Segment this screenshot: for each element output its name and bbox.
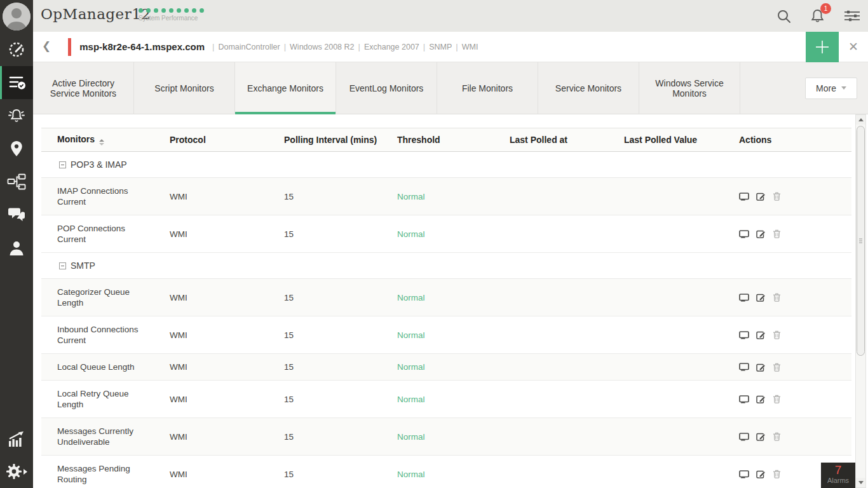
collapse-icon[interactable] [59, 161, 66, 168]
monitor-display-icon [739, 395, 749, 403]
delete-monitor-button[interactable] [773, 395, 781, 403]
edit-icon [756, 395, 766, 403]
tab-label: File Monitors [462, 83, 513, 93]
sidebar-item-topology[interactable] [0, 165, 33, 198]
sidebar-item-monitors[interactable] [0, 66, 33, 99]
threshold: Normal [397, 461, 510, 487]
delete-monitor-button[interactable] [773, 229, 781, 238]
view-monitor-button[interactable] [739, 433, 749, 441]
tab-service-monitors[interactable]: Service Monitors [538, 62, 639, 114]
edit-monitor-button[interactable] [756, 395, 766, 403]
edit-monitor-button[interactable] [756, 470, 766, 478]
polling-interval: 15 [284, 184, 397, 210]
view-monitor-button[interactable] [739, 294, 749, 302]
close-icon[interactable]: ✕ [839, 39, 868, 54]
tab-active-directory-service-monitors[interactable]: Active Directory Service Monitors [33, 62, 134, 114]
view-monitor-button[interactable] [739, 395, 749, 403]
tab-windows-service-monitors[interactable]: Windows Service Monitors [639, 62, 740, 114]
sidebar-item-settings[interactable] [0, 455, 33, 488]
add-monitor-button[interactable] [806, 32, 839, 62]
table-row: Messages Currently UndeliverableWMI15Nor… [41, 418, 851, 456]
status-dot [184, 8, 189, 13]
edit-monitor-button[interactable] [756, 192, 766, 201]
delete-monitor-button[interactable] [773, 470, 781, 478]
edit-monitor-button[interactable] [756, 293, 766, 302]
monitor-display-icon [739, 193, 749, 201]
row-actions [739, 285, 851, 309]
last-polled-value [624, 327, 739, 342]
polling-interval: 15 [284, 285, 397, 311]
monitor-display-icon [739, 433, 749, 441]
tab-file-monitors[interactable]: File Monitors [437, 62, 538, 114]
caret-down-icon [841, 86, 846, 90]
last-polled-value [624, 226, 739, 241]
sidebar-item-dashboard[interactable] [0, 33, 33, 66]
status-dot [169, 8, 173, 13]
delete-monitor-button[interactable] [773, 293, 781, 302]
threshold: Normal [397, 354, 510, 380]
back-chevron-icon[interactable]: ❮ [33, 39, 57, 54]
threshold: Normal [397, 424, 510, 450]
column-header-last-polled-value: Last Polled Value [624, 135, 739, 145]
view-monitor-button[interactable] [739, 331, 749, 339]
view-monitor-button[interactable] [739, 470, 749, 478]
filter-settings-button[interactable] [844, 9, 860, 23]
sliders-icon [844, 9, 860, 23]
row-actions [739, 222, 851, 246]
tab-label: Script Monitors [154, 83, 214, 93]
protocol: WMI [170, 386, 284, 412]
collapse-icon[interactable] [59, 262, 66, 269]
edit-monitor-button[interactable] [756, 363, 766, 372]
delete-monitor-button[interactable] [773, 363, 781, 372]
monitor-name: Local Queue Length [41, 354, 159, 380]
polling-interval: 15 [284, 354, 397, 380]
user-avatar[interactable] [0, 0, 33, 33]
last-polled-value [624, 189, 739, 204]
edit-monitor-button[interactable] [756, 432, 766, 441]
notifications-button[interactable]: 1 [810, 8, 825, 24]
scroll-up-arrow[interactable] [856, 115, 865, 125]
edit-monitor-button[interactable] [756, 330, 766, 339]
protocol: WMI [170, 221, 284, 247]
vertical-scrollbar[interactable] [855, 114, 866, 488]
sidebar-item-users[interactable] [0, 231, 33, 264]
last-polled-at [510, 429, 624, 444]
tab-script-monitors[interactable]: Script Monitors [134, 62, 235, 114]
last-polled-at [510, 466, 624, 482]
scroll-down-arrow[interactable] [856, 478, 865, 487]
sidebar-item-reports[interactable] [0, 422, 33, 455]
sidebar-item-maps[interactable] [0, 132, 33, 165]
threshold: Normal [397, 322, 510, 348]
table-row: Categorizer Queue LengthWMI15Normal [41, 279, 851, 316]
protocol: WMI [170, 322, 284, 348]
monitor-display-icon [739, 230, 749, 238]
delete-trash-icon [773, 330, 781, 339]
monitor-name: Inbound Connections Current [41, 316, 159, 353]
more-tabs-button[interactable]: More [805, 78, 857, 99]
group-row-pop3-imap: POP3 & IMAP [41, 152, 851, 178]
monitor-name: Messages Currently Undeliverable [41, 418, 159, 455]
delete-monitor-button[interactable] [773, 192, 781, 201]
view-monitor-button[interactable] [739, 193, 749, 201]
tab-eventlog-monitors[interactable]: EventLog Monitors [336, 62, 437, 114]
alarms-badge[interactable]: 7 Alarms [821, 463, 855, 488]
polling-interval: 15 [284, 424, 397, 450]
sort-icon[interactable] [99, 139, 104, 146]
view-monitor-button[interactable] [739, 363, 749, 371]
sidebar-item-chat[interactable] [0, 198, 33, 231]
polling-interval: 15 [284, 461, 397, 487]
monitor-name: Messages Pending Routing [41, 456, 159, 488]
tabs: Active Directory Service MonitorsScript … [33, 62, 868, 114]
scrollbar-thumb[interactable] [857, 126, 865, 356]
last-polled-value [624, 391, 739, 407]
delete-monitor-button[interactable] [773, 330, 781, 339]
column-header-monitors[interactable]: Monitors [41, 134, 170, 146]
system-performance-label: System Performance [139, 15, 204, 22]
search-button[interactable] [776, 9, 791, 24]
edit-monitor-button[interactable] [756, 229, 766, 238]
sidebar-item-alarms[interactable] [0, 99, 33, 132]
view-monitor-button[interactable] [739, 230, 749, 238]
tab-exchange-monitors[interactable]: Exchange Monitors [235, 62, 336, 114]
person-icon [9, 240, 24, 255]
delete-monitor-button[interactable] [773, 432, 781, 441]
